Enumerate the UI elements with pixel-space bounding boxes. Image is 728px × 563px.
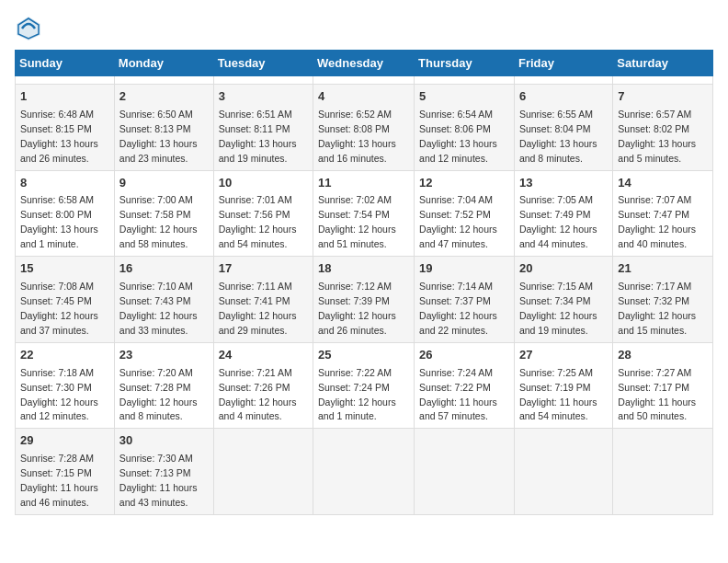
calendar-cell: 22Sunrise: 7:18 AM Sunset: 7:30 PM Dayli… (16, 342, 115, 429)
day-info: Sunrise: 7:17 AM Sunset: 7:32 PM Dayligh… (618, 281, 696, 336)
calendar-cell: 9Sunrise: 7:00 AM Sunset: 7:58 PM Daylig… (114, 170, 213, 257)
calendar-cell: 7Sunrise: 6:57 AM Sunset: 8:02 PM Daylig… (613, 85, 713, 171)
calendar-cell (514, 429, 612, 515)
calendar-cell: 4Sunrise: 6:52 AM Sunset: 8:08 PM Daylig… (313, 85, 415, 171)
day-number: 24 (219, 347, 308, 364)
calendar-cell: 5Sunrise: 6:54 AM Sunset: 8:06 PM Daylig… (415, 85, 515, 171)
calendar-cell: 16Sunrise: 7:10 AM Sunset: 7:43 PM Dayli… (114, 257, 213, 343)
day-info: Sunrise: 7:12 AM Sunset: 7:39 PM Dayligh… (318, 281, 396, 336)
calendar-cell: 12Sunrise: 7:04 AM Sunset: 7:52 PM Dayli… (415, 170, 515, 257)
day-info: Sunrise: 7:27 AM Sunset: 7:17 PM Dayligh… (618, 367, 696, 422)
calendar-cell: 13Sunrise: 7:05 AM Sunset: 7:49 PM Dayli… (514, 170, 612, 257)
day-info: Sunrise: 6:55 AM Sunset: 8:04 PM Dayligh… (519, 109, 597, 164)
day-info: Sunrise: 7:25 AM Sunset: 7:19 PM Dayligh… (519, 367, 597, 422)
day-info: Sunrise: 7:14 AM Sunset: 7:37 PM Dayligh… (419, 281, 497, 336)
day-number: 2 (119, 88, 209, 106)
day-number: 25 (318, 347, 409, 364)
calendar-cell: 10Sunrise: 7:01 AM Sunset: 7:56 PM Dayli… (213, 170, 313, 257)
day-number: 11 (318, 175, 409, 192)
day-number: 4 (318, 88, 409, 106)
day-number: 8 (20, 175, 109, 192)
day-number: 28 (618, 347, 708, 364)
day-info: Sunrise: 7:20 AM Sunset: 7:28 PM Dayligh… (119, 367, 198, 422)
day-info: Sunrise: 7:05 AM Sunset: 7:49 PM Dayligh… (519, 194, 597, 249)
calendar-cell: 23Sunrise: 7:20 AM Sunset: 7:28 PM Dayli… (114, 342, 213, 429)
calendar-cell: 8Sunrise: 6:58 AM Sunset: 8:00 PM Daylig… (16, 170, 115, 257)
day-info: Sunrise: 7:18 AM Sunset: 7:30 PM Dayligh… (20, 367, 98, 422)
day-number: 10 (219, 175, 308, 192)
week-row: 8Sunrise: 6:58 AM Sunset: 8:00 PM Daylig… (16, 170, 713, 257)
day-info: Sunrise: 7:00 AM Sunset: 7:58 PM Dayligh… (119, 194, 198, 249)
calendar-cell: 17Sunrise: 7:11 AM Sunset: 7:41 PM Dayli… (213, 257, 313, 343)
day-info: Sunrise: 7:15 AM Sunset: 7:34 PM Dayligh… (519, 281, 597, 336)
week-row: 22Sunrise: 7:18 AM Sunset: 7:30 PM Dayli… (16, 342, 713, 429)
week-row (16, 76, 713, 85)
calendar-cell (213, 76, 313, 85)
calendar-cell: 28Sunrise: 7:27 AM Sunset: 7:17 PM Dayli… (613, 342, 713, 429)
day-number: 1 (20, 88, 109, 106)
day-info: Sunrise: 7:08 AM Sunset: 7:45 PM Dayligh… (20, 281, 98, 336)
calendar-cell (313, 429, 415, 515)
calendar-cell: 27Sunrise: 7:25 AM Sunset: 7:19 PM Dayli… (514, 342, 612, 429)
calendar-cell (16, 76, 115, 85)
logo (15, 15, 46, 42)
day-info: Sunrise: 7:28 AM Sunset: 7:15 PM Dayligh… (20, 453, 98, 508)
day-info: Sunrise: 7:21 AM Sunset: 7:26 PM Dayligh… (219, 367, 297, 422)
calendar-cell (313, 76, 415, 85)
calendar-cell: 30Sunrise: 7:30 AM Sunset: 7:13 PM Dayli… (114, 429, 213, 515)
day-number: 27 (519, 347, 608, 364)
day-info: Sunrise: 6:48 AM Sunset: 8:15 PM Dayligh… (20, 109, 98, 164)
day-number: 13 (519, 175, 608, 192)
calendar-cell: 25Sunrise: 7:22 AM Sunset: 7:24 PM Dayli… (313, 342, 415, 429)
calendar-cell (213, 429, 313, 515)
header-row: SundayMondayTuesdayWednesdayThursdayFrid… (16, 51, 713, 76)
day-info: Sunrise: 7:10 AM Sunset: 7:43 PM Dayligh… (119, 281, 198, 336)
calendar-cell (613, 429, 713, 515)
col-header-tuesday: Tuesday (213, 51, 313, 76)
day-info: Sunrise: 7:30 AM Sunset: 7:13 PM Dayligh… (119, 453, 198, 508)
day-info: Sunrise: 7:04 AM Sunset: 7:52 PM Dayligh… (419, 194, 497, 249)
day-info: Sunrise: 7:07 AM Sunset: 7:47 PM Dayligh… (618, 194, 696, 249)
day-number: 23 (119, 347, 209, 364)
calendar-cell: 1Sunrise: 6:48 AM Sunset: 8:15 PM Daylig… (16, 85, 115, 171)
day-info: Sunrise: 6:54 AM Sunset: 8:06 PM Dayligh… (419, 109, 497, 164)
col-header-saturday: Saturday (613, 51, 713, 76)
day-info: Sunrise: 7:22 AM Sunset: 7:24 PM Dayligh… (318, 367, 396, 422)
day-number: 14 (618, 175, 708, 192)
page-header (15, 15, 713, 42)
day-info: Sunrise: 6:52 AM Sunset: 8:08 PM Dayligh… (318, 109, 396, 164)
day-number: 12 (419, 175, 509, 192)
calendar-cell (514, 76, 612, 85)
calendar-cell: 11Sunrise: 7:02 AM Sunset: 7:54 PM Dayli… (313, 170, 415, 257)
week-row: 1Sunrise: 6:48 AM Sunset: 8:15 PM Daylig… (16, 85, 713, 171)
calendar-cell: 19Sunrise: 7:14 AM Sunset: 7:37 PM Dayli… (415, 257, 515, 343)
day-number: 17 (219, 260, 308, 278)
calendar-cell: 2Sunrise: 6:50 AM Sunset: 8:13 PM Daylig… (114, 85, 213, 171)
calendar-cell: 29Sunrise: 7:28 AM Sunset: 7:15 PM Dayli… (16, 429, 115, 515)
day-info: Sunrise: 6:57 AM Sunset: 8:02 PM Dayligh… (618, 109, 696, 164)
day-number: 20 (519, 260, 608, 278)
day-number: 22 (20, 347, 109, 364)
calendar-cell: 3Sunrise: 6:51 AM Sunset: 8:11 PM Daylig… (213, 85, 313, 171)
col-header-sunday: Sunday (16, 51, 115, 76)
day-number: 21 (618, 260, 708, 278)
day-info: Sunrise: 7:01 AM Sunset: 7:56 PM Dayligh… (219, 194, 297, 249)
day-number: 30 (119, 432, 209, 450)
day-number: 26 (419, 347, 509, 364)
col-header-monday: Monday (114, 51, 213, 76)
week-row: 15Sunrise: 7:08 AM Sunset: 7:45 PM Dayli… (16, 257, 713, 343)
day-info: Sunrise: 6:50 AM Sunset: 8:13 PM Dayligh… (119, 109, 198, 164)
day-number: 29 (20, 432, 109, 450)
calendar-cell: 20Sunrise: 7:15 AM Sunset: 7:34 PM Dayli… (514, 257, 612, 343)
calendar-cell: 14Sunrise: 7:07 AM Sunset: 7:47 PM Dayli… (613, 170, 713, 257)
week-row: 29Sunrise: 7:28 AM Sunset: 7:15 PM Dayli… (16, 429, 713, 515)
day-number: 15 (20, 260, 109, 278)
day-number: 5 (419, 88, 509, 106)
col-header-thursday: Thursday (415, 51, 515, 76)
day-number: 18 (318, 260, 409, 278)
calendar-cell: 15Sunrise: 7:08 AM Sunset: 7:45 PM Dayli… (16, 257, 115, 343)
calendar-cell (415, 76, 515, 85)
calendar-cell: 21Sunrise: 7:17 AM Sunset: 7:32 PM Dayli… (613, 257, 713, 343)
day-info: Sunrise: 7:11 AM Sunset: 7:41 PM Dayligh… (219, 281, 297, 336)
day-number: 6 (519, 88, 608, 106)
